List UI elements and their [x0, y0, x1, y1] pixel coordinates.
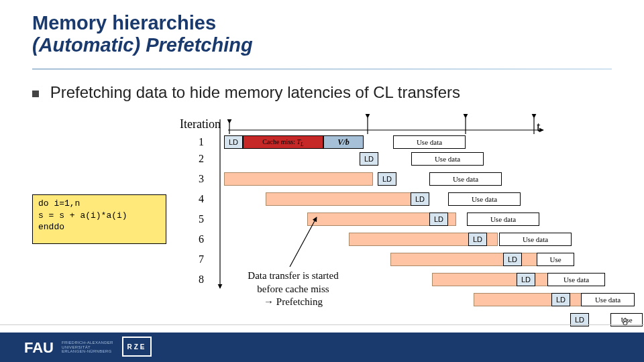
iter-6: 6: [199, 233, 204, 245]
caption-l1: Data transfer is started: [229, 269, 357, 283]
fau-logo: FAU: [24, 339, 54, 357]
code-box: do i=1,n s = s + a(i)*a(i) enddo: [32, 194, 166, 244]
iter-1: 1: [199, 136, 204, 148]
code-line-2: s = s + a(i)*a(i): [38, 210, 160, 222]
prefetch-4: [266, 192, 415, 206]
iter-3: 3: [199, 173, 204, 185]
iter-7: 7: [199, 253, 204, 265]
ld-8: LD: [517, 273, 535, 286]
vb-bar-1: V/b: [323, 135, 364, 149]
use-2: Use data: [411, 152, 484, 166]
ld-3: LD: [378, 172, 396, 186]
use-1: Use data: [393, 135, 466, 149]
code-line-3: enddo: [38, 221, 160, 233]
ld-2: LD: [360, 152, 378, 166]
use-3: Use data: [429, 172, 502, 186]
iter-5: 5: [199, 213, 204, 225]
ld-7: LD: [503, 253, 522, 266]
bullet-icon: [32, 90, 39, 97]
ld-6: LD: [468, 233, 487, 246]
iter-2: 2: [199, 153, 204, 165]
page-number: 8: [623, 316, 628, 327]
code-line-1: do i=1,n: [38, 198, 160, 210]
iteration-label: Iteration: [180, 117, 221, 131]
ld-5: LD: [429, 213, 448, 226]
iter-8: 8: [199, 274, 204, 286]
ld-9: LD: [551, 293, 570, 306]
use-8: Use data: [547, 273, 605, 286]
time-axis-label: t: [537, 119, 541, 135]
bullet-text: Prefetching data to hide memory latencie…: [50, 83, 460, 101]
bullet-prefetching: Prefetching data to hide memory latencie…: [32, 83, 460, 102]
title-line-2: (Automatic) Prefetching: [32, 34, 253, 56]
cache-miss-bar: Cache miss: TL: [243, 135, 323, 149]
caption: Data transfer is started before cache mi…: [229, 269, 357, 309]
iter-4: 4: [199, 193, 204, 205]
cache-miss-text: Cache miss:: [262, 138, 295, 145]
use-6: Use data: [499, 233, 572, 246]
use-4: Use data: [448, 192, 521, 206]
caption-l2: before cache miss: [229, 283, 357, 296]
TL: TL: [297, 138, 303, 145]
use-7: Use: [537, 253, 574, 266]
fau-sub: FRIEDRICH-ALEXANDERUNIVERSITÄTERLANGEN-N…: [62, 341, 113, 354]
use-9: Use data: [581, 293, 635, 306]
footer-divider: [0, 324, 644, 325]
ld-1: LD: [224, 135, 243, 149]
rrze-logo: RZE: [122, 337, 152, 357]
use-5: Use data: [467, 213, 539, 226]
vb-text: V/b: [324, 136, 363, 148]
title-line-1: Memory hierarchies: [32, 12, 253, 34]
ld-4: LD: [411, 192, 429, 206]
caption-l3: → Prefetching: [229, 296, 357, 309]
prefetch-3: [224, 172, 373, 186]
title-divider: [32, 68, 612, 70]
